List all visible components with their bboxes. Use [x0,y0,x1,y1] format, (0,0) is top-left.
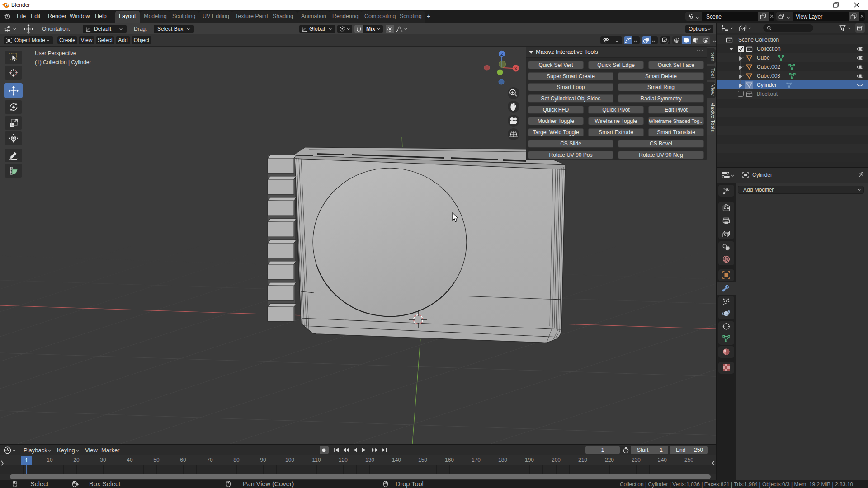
svg-text:Z: Z [500,52,503,56]
svg-text:X: X [514,66,517,71]
